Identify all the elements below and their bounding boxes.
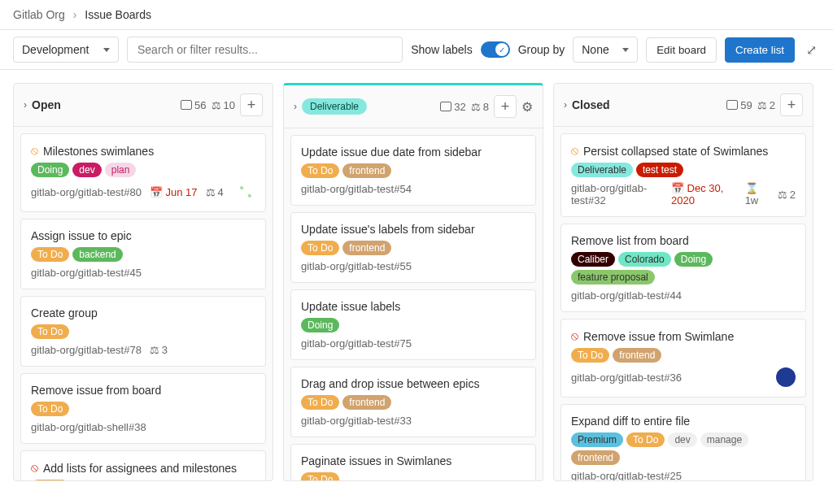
labels: To Dofrontend	[571, 348, 796, 363]
labels: To Do	[31, 480, 255, 480]
gear-icon[interactable]: ⚙	[521, 99, 533, 115]
labels: To Dofrontend	[301, 163, 526, 178]
issue-card[interactable]: ⦸Persist collapsed state of SwimlanesDel…	[560, 133, 806, 217]
chevron-down-icon	[622, 48, 629, 52]
group-by-select[interactable]: None	[573, 37, 638, 63]
issue-card[interactable]: ⦸Remove issue from SwimlaneTo Dofrontend…	[560, 319, 806, 398]
chevron-down-icon	[103, 48, 110, 52]
chevron-right-icon[interactable]: ›	[294, 101, 297, 112]
label-doing[interactable]: Doing	[31, 163, 69, 177]
issue-reference[interactable]: gitlab-org/gitlab-test#78	[31, 344, 142, 356]
column-header: ›Closed 59 2+	[554, 84, 813, 127]
label-to-do[interactable]: To Do	[626, 432, 665, 447]
label-backend[interactable]: backend	[72, 247, 122, 262]
chevron-right-icon[interactable]: ›	[564, 99, 567, 111]
card-meta: gitlab-org/gitlab-test#80📅 Jun 17 4	[31, 182, 255, 202]
edit-board-button[interactable]: Edit board	[646, 37, 717, 63]
issue-card[interactable]: Assign issue to epicTo Dobackendgitlab-o…	[20, 219, 266, 289]
label-feature-proposal[interactable]: feature proposal	[571, 270, 655, 285]
confidential-icon: ⦸	[31, 144, 38, 158]
card-meta: gitlab-org/gitlab-test#45	[31, 267, 255, 279]
issue-card[interactable]: Paginate issues in SwimlanesTo Dogitlab-…	[290, 444, 536, 480]
label-to-do[interactable]: To Do	[301, 241, 339, 255]
card-weight: 4	[206, 186, 224, 198]
card-meta: gitlab-org/gitlab-test#36	[571, 367, 796, 387]
card-title: Remove list from board	[571, 234, 796, 247]
issue-count: 56	[181, 99, 206, 111]
label-dev[interactable]: dev	[72, 163, 101, 177]
breadcrumb-parent[interactable]: Gitlab Org	[13, 8, 65, 21]
label-to-do[interactable]: To Do	[301, 395, 339, 410]
issue-reference[interactable]: gitlab-org/gitlab-shell#38	[31, 421, 146, 433]
label-frontend[interactable]: frontend	[613, 348, 661, 363]
issue-reference[interactable]: gitlab-org/gitlab-test#25	[571, 470, 682, 480]
label-frontend[interactable]: frontend	[342, 163, 391, 178]
assignee-avatar[interactable]	[776, 367, 796, 387]
issue-reference[interactable]: gitlab-org/gitlab-test#36	[571, 371, 682, 384]
show-labels-toggle[interactable]: ✓	[481, 41, 510, 58]
label-to-do[interactable]: To Do	[31, 480, 69, 480]
label-plan[interactable]: plan	[105, 163, 137, 177]
label-premium[interactable]: Premium	[571, 432, 623, 447]
label-to-do[interactable]: To Do	[301, 472, 339, 480]
card-title: ⦸Remove issue from Swimlane	[571, 329, 796, 343]
issue-card[interactable]: ⦸Milestones swimlanesDoingdevplangitlab-…	[20, 133, 266, 212]
label-to-do[interactable]: To Do	[31, 402, 69, 416]
card-title: ⦸Persist collapsed state of Swimlanes	[571, 144, 796, 158]
issue-card[interactable]: ⦸Add lists for assignees and milestonesT…	[20, 450, 266, 480]
confidential-icon: ⦸	[571, 144, 578, 158]
labels: PremiumTo Dodevmanagefrontend	[571, 432, 796, 465]
label-frontend[interactable]: frontend	[571, 450, 620, 465]
label-dev[interactable]: dev	[668, 432, 696, 447]
issue-reference[interactable]: gitlab-org/gitlab-test#32	[571, 182, 663, 206]
card-title: Paginate issues in Swimlanes	[301, 454, 526, 467]
add-issue-button[interactable]: +	[494, 95, 517, 118]
label-manage[interactable]: manage	[700, 432, 748, 447]
blocked-icon: ⦸	[571, 329, 578, 343]
label-to-do[interactable]: To Do	[31, 247, 69, 262]
issue-card[interactable]: Remove issue from boardTo Dogitlab-org/g…	[20, 373, 266, 444]
add-issue-button[interactable]: +	[780, 93, 803, 116]
label-frontend[interactable]: frontend	[342, 395, 391, 410]
issue-reference[interactable]: gitlab-org/gitlab-test#55	[301, 260, 412, 272]
card-meta: gitlab-org/gitlab-test#78 3	[31, 344, 255, 356]
cards-list: ⦸Persist collapsed state of SwimlanesDel…	[554, 127, 813, 480]
issue-reference[interactable]: gitlab-org/gitlab-test#45	[31, 267, 142, 279]
issue-card[interactable]: Remove list from boardCaliberColoradoDoi…	[560, 224, 806, 312]
label-frontend[interactable]: frontend	[342, 241, 391, 255]
card-title: Assign issue to epic	[31, 229, 255, 242]
issue-card[interactable]: Update issue labelsDoinggitlab-org/gitla…	[290, 289, 536, 360]
issue-reference[interactable]: gitlab-org/gitlab-test#44	[571, 289, 682, 302]
weight-icon	[212, 99, 221, 111]
issue-card[interactable]: Update issue due date from sidebarTo Dof…	[290, 135, 536, 206]
label-doing[interactable]: Doing	[301, 318, 339, 332]
issue-reference[interactable]: gitlab-org/gitlab-test#80	[31, 186, 142, 198]
issue-card[interactable]: Drag and drop issue between epicsTo Dofr…	[290, 367, 536, 437]
column-title: Deliverable	[302, 98, 367, 115]
label-test-test[interactable]: test test	[636, 163, 683, 177]
issue-reference[interactable]: gitlab-org/gitlab-test#54	[301, 183, 412, 195]
issue-card[interactable]: Expand diff to entire filePremiumTo Dode…	[560, 404, 806, 480]
assignee-avatar[interactable]	[236, 182, 255, 202]
issue-card[interactable]: Create groupTo Dogitlab-org/gitlab-test#…	[20, 296, 266, 367]
board-select[interactable]: Development	[13, 37, 119, 63]
issue-reference[interactable]: gitlab-org/gitlab-test#75	[301, 337, 412, 350]
issue-reference[interactable]: gitlab-org/gitlab-test#33	[301, 415, 412, 427]
time-tracking: ⌛ 1w	[745, 182, 770, 206]
create-list-button[interactable]: Create list	[725, 37, 795, 63]
label-doing[interactable]: Doing	[674, 252, 713, 267]
search-input[interactable]	[127, 37, 403, 63]
label-to-do[interactable]: To Do	[31, 324, 69, 339]
chevron-right-icon[interactable]: ›	[24, 99, 27, 111]
board-select-label: Development	[22, 43, 89, 56]
issue-count: 32	[440, 101, 465, 113]
label-colorado[interactable]: Colorado	[618, 252, 671, 267]
issue-card[interactable]: Update issue's labels from sidebarTo Dof…	[290, 212, 536, 283]
label-to-do[interactable]: To Do	[571, 348, 609, 363]
label-deliverable[interactable]: Deliverable	[571, 163, 633, 177]
label-caliber[interactable]: Caliber	[571, 252, 615, 267]
fullscreen-icon[interactable]: ⤢	[803, 39, 820, 61]
add-issue-button[interactable]: +	[240, 93, 263, 116]
label-to-do[interactable]: To Do	[301, 163, 339, 178]
group-by-value: None	[582, 43, 608, 56]
